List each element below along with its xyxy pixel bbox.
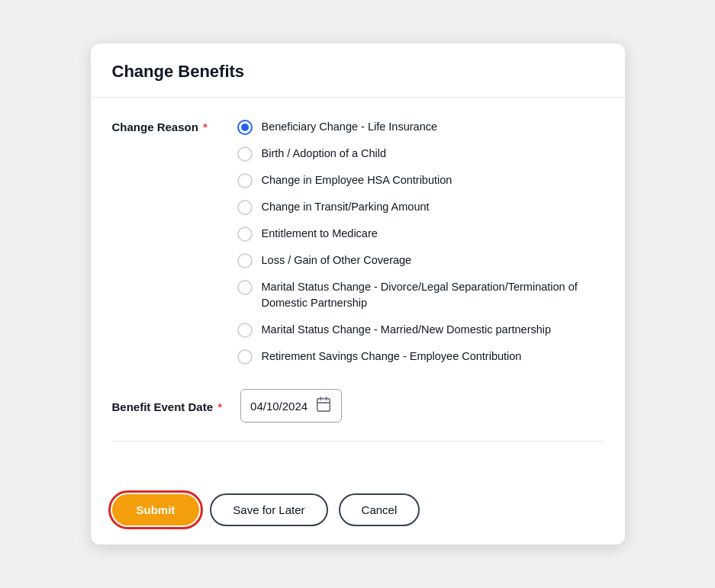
radio-option-3[interactable]: Change in Employee HSA Contribution [237,172,604,188]
modal-title: Change Benefits [112,62,604,82]
date-input-wrapper[interactable]: 04/10/2024 [240,389,342,423]
radio-input-9[interactable] [237,349,253,365]
modal-body: Change Reason * Beneficiary Change - Lif… [91,98,625,481]
radio-input-3[interactable] [237,173,253,188]
cancel-button[interactable]: Cancel [339,493,420,526]
radio-label-1: Beneficiary Change - Life Insurance [262,119,438,135]
radio-label-7: Marital Status Change - Divorce/Legal Se… [262,279,604,311]
radio-option-2[interactable]: Birth / Adoption of a Child [237,146,604,162]
required-indicator: * [200,120,208,133]
radio-input-7[interactable] [237,280,253,295]
modal-footer: Submit Save for Later Cancel [91,481,625,545]
radio-option-7[interactable]: Marital Status Change - Divorce/Legal Se… [237,279,604,311]
radio-input-5[interactable] [237,227,253,242]
radio-option-8[interactable]: Marital Status Change - Married/New Dome… [237,322,604,338]
radio-label-4: Change in Transit/Parking Amount [262,199,430,215]
radio-input-4[interactable] [237,200,253,215]
radio-label-8: Marital Status Change - Married/New Dome… [262,322,552,338]
modal-header: Change Benefits [91,43,625,98]
radio-option-5[interactable]: Entitlement to Medicare [237,226,604,242]
benefit-event-date-section: Benefit Event Date * 04/10/2024 [112,389,604,442]
save-for-later-button[interactable]: Save for Later [210,493,327,526]
benefit-event-date-label: Benefit Event Date * [112,399,223,413]
calendar-icon[interactable] [315,396,332,416]
radio-option-4[interactable]: Change in Transit/Parking Amount [237,199,604,215]
radio-label-5: Entitlement to Medicare [262,226,378,242]
date-required-indicator: * [214,400,222,413]
radio-label-9: Retirement Savings Change - Employee Con… [262,349,522,365]
change-reason-radio-group: Beneficiary Change - Life Insurance Birt… [237,119,604,365]
radio-label-2: Birth / Adoption of a Child [262,146,387,162]
radio-input-8[interactable] [237,323,253,338]
date-value: 04/10/2024 [250,400,308,413]
radio-input-6[interactable] [237,253,253,268]
radio-input-1[interactable] [237,120,253,135]
radio-label-6: Loss / Gain of Other Coverage [262,252,412,268]
submit-button[interactable]: Submit [112,494,200,525]
radio-input-2[interactable] [237,146,253,162]
change-reason-section: Change Reason * Beneficiary Change - Lif… [112,119,604,365]
radio-option-6[interactable]: Loss / Gain of Other Coverage [237,252,604,268]
radio-option-9[interactable]: Retirement Savings Change - Employee Con… [237,349,604,365]
radio-label-3: Change in Employee HSA Contribution [262,172,453,188]
radio-option-1[interactable]: Beneficiary Change - Life Insurance [237,119,604,135]
change-reason-label: Change Reason * [112,119,219,133]
svg-rect-0 [317,399,330,412]
modal: Change Benefits Change Reason * Benefici… [91,43,625,545]
